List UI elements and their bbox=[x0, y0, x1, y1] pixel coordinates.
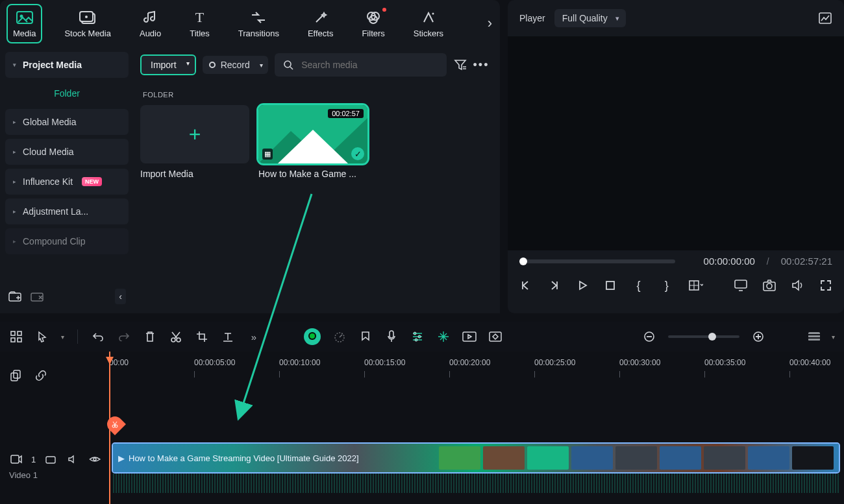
delete-button[interactable] bbox=[143, 330, 157, 344]
sidebar-item-adjustment-layer[interactable]: ▸Adjustment La... bbox=[5, 198, 129, 224]
tab-stock-media[interactable]: Stock Media bbox=[59, 5, 116, 42]
sidebar-item-compound-clip[interactable]: ▸Compound Clip bbox=[5, 228, 129, 254]
dashboard-button[interactable] bbox=[9, 330, 23, 344]
timeline-link-button[interactable] bbox=[34, 368, 48, 383]
tick: 00:00:20:00 bbox=[449, 358, 490, 367]
remove-folder-button[interactable] bbox=[30, 289, 44, 304]
import-media-tile[interactable]: + Import Media bbox=[140, 105, 249, 179]
track-view-button[interactable] bbox=[808, 332, 820, 341]
chart-icon[interactable] bbox=[818, 11, 832, 25]
timeline-duplicate-button[interactable] bbox=[9, 368, 23, 383]
keyframe-button[interactable] bbox=[488, 330, 503, 344]
svg-rect-37 bbox=[46, 457, 55, 463]
undo-button[interactable] bbox=[91, 330, 105, 344]
tab-stickers[interactable]: Stickers bbox=[408, 5, 449, 42]
tick: 00:00:15:00 bbox=[364, 358, 405, 367]
player-preview[interactable] bbox=[508, 36, 844, 250]
media-sidebar: ▾Project Media Folder ▸Global Media ▸Clo… bbox=[0, 47, 134, 313]
import-button[interactable]: Import bbox=[140, 54, 196, 75]
effects-icon bbox=[312, 9, 329, 26]
zoom-in-button[interactable] bbox=[751, 330, 765, 344]
tabs-scroll-right[interactable]: › bbox=[488, 15, 492, 32]
render-preview-button[interactable] bbox=[462, 330, 477, 344]
sidebar-item-global-media[interactable]: ▸Global Media bbox=[5, 109, 129, 135]
player-seek-bar[interactable] bbox=[519, 259, 675, 263]
player-panel: Player Full Quality 00:00:00:00 / 00:02:… bbox=[508, 0, 844, 313]
search-input-wrap bbox=[275, 53, 447, 77]
more-tools[interactable]: » bbox=[247, 330, 261, 344]
media-panel: ▾Project Media Folder ▸Global Media ▸Clo… bbox=[0, 47, 500, 313]
text-tool[interactable] bbox=[221, 330, 235, 344]
plus-icon: + bbox=[189, 123, 201, 147]
player-quality-select[interactable]: Full Quality bbox=[554, 9, 626, 27]
fullscreen-button[interactable] bbox=[820, 278, 832, 293]
volume-button[interactable] bbox=[791, 278, 804, 293]
player-title: Player bbox=[519, 13, 545, 23]
tab-audio[interactable]: Audio bbox=[134, 5, 166, 42]
timeline-ruler[interactable]: 00:00 00:00:05:00 00:00:10:00 00:00:15:0… bbox=[109, 358, 841, 380]
player-time-total: 00:02:57:21 bbox=[781, 256, 832, 267]
auto-beat-button[interactable] bbox=[436, 330, 451, 344]
more-options-button[interactable]: ••• bbox=[474, 58, 488, 72]
tab-effects[interactable]: Effects bbox=[303, 5, 339, 42]
tab-media[interactable]: Media bbox=[8, 5, 41, 42]
redo-button[interactable] bbox=[117, 330, 131, 344]
track-visible-button[interactable] bbox=[88, 452, 102, 466]
svg-rect-35 bbox=[14, 370, 20, 378]
tab-label: Stickers bbox=[414, 29, 443, 38]
timeline-toolbar: ▾ » ▾ bbox=[0, 322, 844, 352]
svg-rect-36 bbox=[11, 455, 19, 463]
svg-rect-30 bbox=[463, 332, 476, 341]
new-badge: NEW bbox=[82, 177, 102, 186]
cut-button[interactable] bbox=[169, 330, 183, 344]
snapshot-button[interactable] bbox=[763, 278, 776, 293]
play-button[interactable] bbox=[576, 278, 588, 293]
prev-frame-button[interactable] bbox=[519, 278, 532, 293]
cursor-tool[interactable] bbox=[35, 330, 49, 344]
zoom-slider[interactable] bbox=[668, 335, 739, 338]
tab-label: Transitions bbox=[238, 29, 279, 38]
track-count: 1 bbox=[31, 455, 36, 464]
display-button[interactable] bbox=[734, 278, 747, 293]
mark-out-button[interactable]: } bbox=[660, 278, 673, 293]
add-folder-button[interactable] bbox=[8, 289, 22, 304]
speed-button[interactable] bbox=[332, 330, 347, 344]
crop-button[interactable] bbox=[195, 330, 209, 344]
svg-point-29 bbox=[415, 339, 417, 341]
timeline-clip[interactable]: ▶ How to Make a Game Streaming Video [Ul… bbox=[113, 444, 839, 472]
sidebar-item-project-media[interactable]: ▾Project Media bbox=[5, 52, 129, 78]
media-item[interactable]: 00:02:57 ▦ ✓ How to Make a Game ... bbox=[258, 105, 367, 179]
svg-rect-20 bbox=[18, 331, 21, 335]
layout-dropdown[interactable] bbox=[689, 278, 703, 293]
tab-label: Filters bbox=[362, 29, 384, 38]
tab-filters[interactable]: Filters bbox=[356, 5, 390, 42]
sidebar-item-cloud-media[interactable]: ▸Cloud Media bbox=[5, 139, 129, 165]
marker-button[interactable] bbox=[358, 330, 373, 344]
record-button[interactable]: Record bbox=[203, 56, 268, 74]
sidebar-item-influence-kit[interactable]: ▸Influence KitNEW bbox=[5, 169, 129, 195]
voiceover-button[interactable] bbox=[384, 330, 399, 344]
audio-waveform[interactable] bbox=[113, 474, 839, 493]
zoom-out-button[interactable] bbox=[642, 330, 656, 344]
tab-titles[interactable]: T Titles bbox=[184, 5, 215, 42]
sidebar-folder-link[interactable]: Folder bbox=[5, 82, 129, 105]
sidebar-collapse-button[interactable]: ‹ bbox=[115, 289, 126, 304]
stock-media-icon bbox=[79, 9, 96, 26]
next-frame-button[interactable] bbox=[547, 278, 560, 293]
track-folder-button[interactable] bbox=[43, 452, 58, 466]
tab-transitions[interactable]: Transitions bbox=[233, 5, 284, 42]
notification-dot-icon bbox=[382, 8, 386, 12]
track-mute-button[interactable] bbox=[66, 452, 80, 466]
expand-icon: ▸ bbox=[13, 119, 16, 125]
stop-button[interactable] bbox=[604, 278, 616, 293]
audio-mixer-button[interactable] bbox=[410, 330, 425, 344]
section-header: FOLDER bbox=[143, 91, 488, 99]
filter-button[interactable] bbox=[453, 58, 467, 72]
svg-rect-19 bbox=[11, 331, 15, 335]
search-input[interactable] bbox=[301, 60, 439, 70]
mark-in-button[interactable]: { bbox=[632, 278, 645, 293]
ai-avatar-button[interactable] bbox=[304, 328, 321, 345]
svg-point-38 bbox=[93, 458, 96, 461]
record-icon bbox=[209, 62, 216, 68]
stickers-icon bbox=[420, 9, 437, 26]
